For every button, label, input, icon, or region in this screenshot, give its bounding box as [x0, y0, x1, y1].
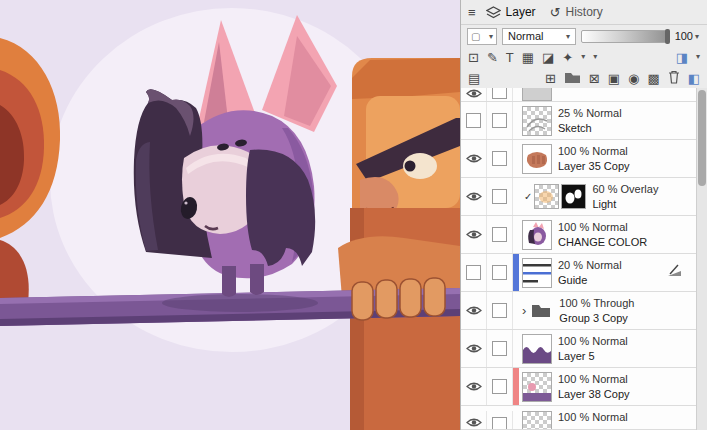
- lock-layer-icon[interactable]: ◪: [542, 51, 554, 64]
- ruler-pen-icon[interactable]: [667, 263, 682, 281]
- visibility-toggle[interactable]: [461, 140, 487, 177]
- layer-thumbnail[interactable]: [522, 258, 552, 288]
- tab-history[interactable]: ↺ History: [546, 3, 607, 22]
- sketch-thumb-art: [523, 107, 551, 135]
- lock-transparent-pixels-icon[interactable]: ▦: [522, 51, 534, 64]
- checkbox: [466, 113, 481, 128]
- new-folder-icon[interactable]: [564, 71, 581, 86]
- layer-thumbnail[interactable]: [522, 106, 552, 136]
- draft-layer-icon[interactable]: ✎: [487, 51, 498, 64]
- chevron-down-icon: ▾: [695, 32, 699, 41]
- layer-thumbnail[interactable]: [522, 220, 552, 250]
- layer-blend-info: 25 % Normal: [558, 107, 622, 119]
- layer-row[interactable]: 100 % Normal Layer 35 Copy: [461, 140, 696, 178]
- visibility-toggle[interactable]: [461, 330, 487, 367]
- blend-mode-dropdown[interactable]: Normal ▾: [502, 28, 576, 45]
- paint-app-window: ≡ Layer ↺ History ▢ ▾ Normal ▾: [0, 0, 707, 430]
- layer-row[interactable]: 100 % Normal: [461, 406, 696, 430]
- layer-checkbox[interactable]: [487, 254, 513, 291]
- fist-thumb-art: [523, 145, 551, 173]
- chevron-down-icon[interactable]: ▾: [696, 53, 700, 61]
- palette-settings-icon[interactable]: ▤: [468, 72, 480, 85]
- opacity-slider[interactable]: [581, 30, 670, 43]
- layer-checkbox[interactable]: [487, 368, 513, 405]
- visibility-toggle[interactable]: [461, 254, 487, 291]
- merge-down-icon[interactable]: ▣: [608, 72, 620, 85]
- layer-visibility-panel-icon[interactable]: ◧: [688, 72, 700, 85]
- layer-row[interactable]: 100 % Normal Layer 38 Copy: [461, 368, 696, 406]
- layer-color-icon[interactable]: ◨: [676, 51, 688, 64]
- eye-icon: [466, 191, 482, 202]
- eye-icon: [466, 153, 482, 164]
- transfer-to-lower-layer-icon[interactable]: ⊠: [589, 72, 600, 85]
- mask-link-check-icon[interactable]: ✓: [524, 191, 532, 202]
- chevron-down-icon[interactable]: ▾: [593, 53, 597, 61]
- layer-row[interactable]: [461, 88, 696, 102]
- delete-layer-icon[interactable]: [668, 70, 680, 86]
- scrollbar-thumb[interactable]: [698, 90, 706, 186]
- visibility-toggle[interactable]: [461, 178, 487, 215]
- layer-row[interactable]: ✓ 60 % Overlay Light: [461, 178, 696, 216]
- folder-expand-icon[interactable]: ›: [522, 303, 526, 318]
- visibility-toggle[interactable]: [461, 88, 487, 101]
- layer-color-strip: [513, 178, 519, 215]
- layer-thumbnail[interactable]: [522, 334, 552, 364]
- layer-blend-info: 60 % Overlay: [592, 183, 658, 195]
- opacity-value-box[interactable]: 100 ▾: [675, 30, 701, 42]
- layer-list-scrollbar[interactable]: [696, 88, 707, 430]
- checkbox: [492, 303, 507, 318]
- layer-thumbnail[interactable]: [522, 411, 552, 430]
- visibility-toggle[interactable]: [461, 368, 487, 405]
- layer-checkbox[interactable]: [487, 102, 513, 139]
- layer-thumbnail[interactable]: [522, 144, 552, 174]
- create-mask-icon[interactable]: ◉: [628, 72, 639, 85]
- folder-thumbnail[interactable]: [529, 296, 553, 326]
- layer-checkbox[interactable]: [487, 216, 513, 253]
- checkbox: [492, 417, 507, 430]
- layer-row[interactable]: › 100 % Through Group 3 Copy: [461, 292, 696, 330]
- layer-thumbnail[interactable]: [522, 88, 552, 101]
- palette-menu-icon[interactable]: ≡: [468, 5, 476, 20]
- text-layer-icon[interactable]: T: [506, 51, 514, 64]
- layer-row[interactable]: 100 % Normal Layer 5: [461, 330, 696, 368]
- clip-to-layer-below-icon[interactable]: ⊡: [468, 51, 479, 64]
- right-golem-character: [338, 58, 460, 430]
- visibility-toggle[interactable]: [461, 216, 487, 253]
- layer-thumbnail[interactable]: [534, 184, 559, 209]
- eye-icon: [466, 305, 482, 316]
- layer-thumbnail[interactable]: [522, 372, 552, 402]
- layer-checkbox[interactable]: [487, 292, 513, 329]
- layer-checkbox[interactable]: [487, 88, 513, 101]
- new-raster-layer-icon[interactable]: ⊞: [545, 72, 556, 85]
- layer-checkbox[interactable]: [487, 330, 513, 367]
- visibility-toggle[interactable]: [461, 411, 487, 429]
- visibility-toggle[interactable]: [461, 102, 487, 139]
- guide-thumb-art: [523, 259, 551, 287]
- screen-tone-icon[interactable]: ▩: [647, 72, 659, 85]
- brush-blend-dropdown[interactable]: ▢ ▾: [467, 28, 497, 45]
- checkbox: [492, 189, 507, 204]
- tab-layer[interactable]: Layer: [482, 3, 540, 21]
- layer-row[interactable]: 20 % Normal Guide: [461, 254, 696, 292]
- layer-row[interactable]: 100 % Normal CHANGE COLOR: [461, 216, 696, 254]
- layer-name: Layer 5: [558, 350, 628, 362]
- layer-checkbox[interactable]: [487, 140, 513, 177]
- reference-layer-icon[interactable]: ✦: [562, 51, 573, 64]
- canvas-area[interactable]: [0, 0, 460, 430]
- chevron-down-icon[interactable]: ▾: [581, 53, 585, 61]
- layer-row[interactable]: 25 % Normal Sketch: [461, 102, 696, 140]
- layer-name: Sketch: [558, 122, 622, 134]
- opacity-slider-handle[interactable]: [665, 29, 670, 44]
- eye-icon: [466, 417, 482, 428]
- layer-color-strip: [513, 368, 519, 405]
- layer-blend-info: 100 % Normal: [558, 221, 647, 233]
- checkbox: [492, 113, 507, 128]
- layer-checkbox[interactable]: [487, 178, 513, 215]
- layer-mask-thumbnail[interactable]: [561, 184, 586, 209]
- layer-checkbox[interactable]: [487, 411, 513, 429]
- layer-color-strip: [513, 140, 519, 177]
- layer-property-toolbar: ⊡ ✎ T ▦ ◪ ✦ ▾ ▾ ◨ ▾: [461, 47, 707, 67]
- tab-layer-label: Layer: [506, 5, 536, 19]
- visibility-toggle[interactable]: [461, 292, 487, 329]
- mask-thumb-art: [562, 185, 585, 208]
